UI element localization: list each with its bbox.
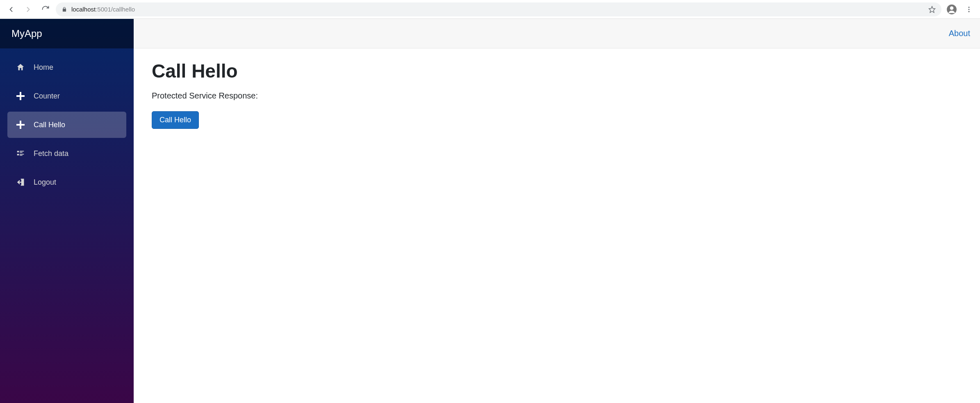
sidebar-item-counter[interactable]: Counter	[7, 83, 126, 109]
svg-point-2	[950, 6, 954, 10]
browser-reload-button[interactable]	[39, 2, 52, 16]
sidebar-item-label: Fetch data	[34, 149, 68, 158]
top-bar: About	[134, 19, 980, 48]
svg-point-3	[969, 7, 970, 8]
sidebar-item-call-hello[interactable]: Call Hello	[7, 112, 126, 138]
sidebar-item-home[interactable]: Home	[7, 54, 126, 80]
sidebar-item-label: Call Hello	[34, 121, 65, 129]
sidebar-item-label: Home	[34, 63, 53, 72]
browser-toolbar: localhost:5001/callhello	[0, 0, 980, 19]
svg-point-4	[969, 9, 970, 10]
response-label: Protected Service Response:	[152, 91, 962, 101]
sidebar-nav: Home Counter Call Hello Fetch data	[0, 48, 134, 201]
sidebar: MyApp Home Counter Call Hello	[0, 19, 134, 403]
home-icon	[16, 63, 25, 72]
browser-forward-button[interactable]	[21, 2, 35, 16]
list-icon	[16, 149, 25, 158]
svg-rect-13	[17, 154, 19, 156]
page-content: Call Hello Protected Service Response: C…	[134, 48, 980, 140]
svg-rect-11	[20, 151, 24, 152]
svg-rect-10	[17, 151, 19, 153]
logout-icon	[16, 178, 25, 187]
bookmark-star-icon[interactable]	[928, 6, 936, 13]
sidebar-item-logout[interactable]: Logout	[7, 169, 126, 195]
browser-profile-button[interactable]	[945, 2, 959, 16]
sidebar-item-label: Logout	[34, 178, 56, 187]
sidebar-item-label: Counter	[34, 92, 60, 101]
lock-icon	[62, 7, 67, 12]
browser-back-button[interactable]	[4, 2, 18, 16]
page-title: Call Hello	[152, 60, 962, 82]
url-host: localhost:5001/callhello	[71, 6, 135, 13]
main-area: About Call Hello Protected Service Respo…	[134, 19, 980, 403]
app-container: MyApp Home Counter Call Hello	[0, 19, 980, 403]
brand-title[interactable]: MyApp	[0, 19, 134, 48]
svg-marker-0	[929, 6, 935, 12]
sidebar-item-fetch-data[interactable]: Fetch data	[7, 140, 126, 167]
svg-rect-14	[20, 154, 24, 155]
svg-point-5	[969, 11, 970, 12]
browser-address-bar[interactable]: localhost:5001/callhello	[56, 2, 941, 16]
svg-rect-12	[20, 152, 22, 153]
call-hello-button[interactable]: Call Hello	[152, 111, 199, 129]
plus-icon	[16, 91, 25, 101]
plus-icon	[16, 119, 25, 130]
svg-rect-15	[20, 155, 22, 156]
browser-menu-button[interactable]	[962, 2, 976, 16]
about-link[interactable]: About	[949, 29, 970, 38]
